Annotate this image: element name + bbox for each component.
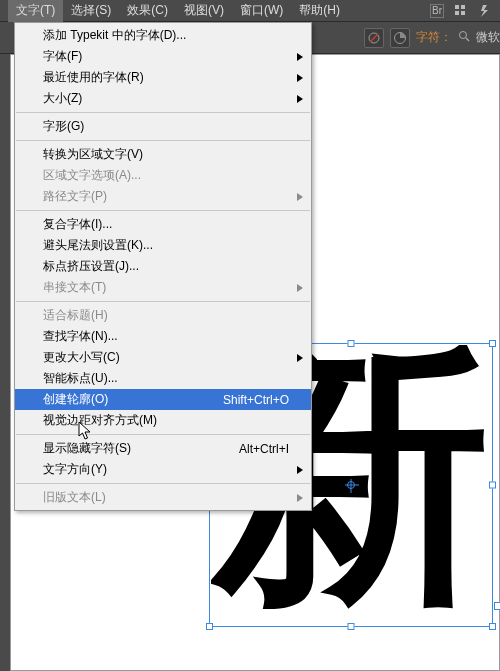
menu-item-label: 更改大小写(C)	[43, 349, 120, 366]
grid-icon[interactable]	[454, 4, 468, 18]
text-outport-icon[interactable]	[494, 602, 500, 610]
resize-handle-e[interactable]	[489, 482, 496, 489]
menu-item-label: 字体(F)	[43, 48, 82, 65]
submenu-arrow-icon	[297, 491, 303, 505]
menu-item[interactable]: 大小(Z)	[15, 88, 311, 109]
menu-item: 路径文字(P)	[15, 186, 311, 207]
svg-rect-3	[461, 11, 465, 15]
resize-handle-n[interactable]	[348, 340, 355, 347]
menu-separator	[16, 112, 310, 113]
submenu-arrow-icon	[297, 50, 303, 64]
transform-origin-icon[interactable]	[347, 481, 355, 489]
search-icon[interactable]	[458, 30, 470, 45]
menu-item: 适合标题(H)	[15, 305, 311, 326]
menu-item[interactable]: 标点挤压设置(J)...	[15, 256, 311, 277]
menu-item-label: 适合标题(H)	[43, 307, 108, 324]
menu-item-shortcut: Shift+Ctrl+O	[223, 393, 289, 407]
submenu-arrow-icon	[297, 281, 303, 295]
menu-item: 串接文本(T)	[15, 277, 311, 298]
menu-item[interactable]: 转换为区域文字(V)	[15, 144, 311, 165]
menu-item: 区域文字选项(A)...	[15, 165, 311, 186]
menu-item[interactable]: 添加 Typekit 中的字体(D)...	[15, 25, 311, 46]
menu-item-label: 文字方向(Y)	[43, 461, 107, 478]
svg-line-5	[370, 34, 378, 42]
resize-handle-se[interactable]	[489, 623, 496, 630]
menu-separator	[16, 140, 310, 141]
menu-item-label: 智能标点(U)...	[43, 370, 118, 387]
menu-item[interactable]: 最近使用的字体(R)	[15, 67, 311, 88]
menu-bar: 文字(T) 选择(S) 效果(C) 视图(V) 窗口(W) 帮助(H) Br	[0, 0, 500, 22]
menu-item[interactable]: 字体(F)	[15, 46, 311, 67]
menu-item[interactable]: 视觉边距对齐方式(M)	[15, 410, 311, 431]
menu-item-label: 显示隐藏字符(S)	[43, 440, 131, 457]
menu-item-label: 路径文字(P)	[43, 188, 107, 205]
menu-item-label: 旧版文本(L)	[43, 489, 106, 506]
menu-item: 旧版文本(L)	[15, 487, 311, 508]
submenu-arrow-icon	[297, 351, 303, 365]
menu-separator	[16, 434, 310, 435]
svg-rect-2	[455, 11, 459, 15]
resize-handle-s[interactable]	[348, 623, 355, 630]
submenu-arrow-icon	[297, 92, 303, 106]
menu-item[interactable]: 显示隐藏字符(S)Alt+Ctrl+I	[15, 438, 311, 459]
menu-window[interactable]: 窗口(W)	[232, 0, 291, 22]
menu-item-label: 创建轮廓(O)	[43, 391, 108, 408]
svg-rect-1	[461, 5, 465, 9]
menu-item-label: 避头尾法则设置(K)...	[43, 237, 153, 254]
menu-select[interactable]: 选择(S)	[63, 0, 119, 22]
resize-handle-ne[interactable]	[489, 340, 496, 347]
menu-type[interactable]: 文字(T)	[8, 0, 63, 22]
menu-item-label: 查找字体(N)...	[43, 328, 118, 345]
menu-item[interactable]: 智能标点(U)...	[15, 368, 311, 389]
menu-help[interactable]: 帮助(H)	[291, 0, 348, 22]
menubar-right-icons: Br	[430, 4, 500, 18]
menu-item-label: 复合字体(I)...	[43, 216, 112, 233]
menu-item[interactable]: 避头尾法则设置(K)...	[15, 235, 311, 256]
menu-item[interactable]: 字形(G)	[15, 116, 311, 137]
menu-item-shortcut: Alt+Ctrl+I	[239, 442, 289, 456]
menu-separator	[16, 483, 310, 484]
menu-item[interactable]: 复合字体(I)...	[15, 214, 311, 235]
resize-handle-sw[interactable]	[206, 623, 213, 630]
bolt-icon[interactable]	[478, 4, 492, 18]
menu-item-label: 字形(G)	[43, 118, 84, 135]
bridge-icon[interactable]: Br	[430, 4, 444, 18]
menu-item[interactable]: 更改大小写(C)	[15, 347, 311, 368]
menu-item-label: 标点挤压设置(J)...	[43, 258, 139, 275]
menu-item-label: 最近使用的字体(R)	[43, 69, 144, 86]
font-family-field[interactable]: 微软	[476, 29, 500, 46]
menu-separator	[16, 210, 310, 211]
submenu-arrow-icon	[297, 190, 303, 204]
menu-effect[interactable]: 效果(C)	[119, 0, 176, 22]
menu-item[interactable]: 文字方向(Y)	[15, 459, 311, 480]
type-menu-dropdown: 添加 Typekit 中的字体(D)...字体(F)最近使用的字体(R)大小(Z…	[14, 22, 312, 511]
submenu-arrow-icon	[297, 463, 303, 477]
menu-item-label: 添加 Typekit 中的字体(D)...	[43, 27, 186, 44]
menu-item[interactable]: 查找字体(N)...	[15, 326, 311, 347]
character-label: 字符：	[416, 29, 452, 46]
menu-item[interactable]: 创建轮廓(O)Shift+Ctrl+O	[15, 389, 311, 410]
menu-item-label: 视觉边距对齐方式(M)	[43, 412, 157, 429]
submenu-arrow-icon	[297, 71, 303, 85]
menu-separator	[16, 301, 310, 302]
recolor-icon[interactable]	[390, 28, 410, 48]
menu-item-label: 大小(Z)	[43, 90, 82, 107]
menu-item-label: 串接文本(T)	[43, 279, 106, 296]
svg-point-7	[460, 32, 467, 39]
menu-item-label: 转换为区域文字(V)	[43, 146, 143, 163]
fill-color-icon[interactable]	[364, 28, 384, 48]
svg-line-8	[466, 38, 469, 41]
svg-rect-0	[455, 5, 459, 9]
menu-item-label: 区域文字选项(A)...	[43, 167, 141, 184]
menu-view[interactable]: 视图(V)	[176, 0, 232, 22]
